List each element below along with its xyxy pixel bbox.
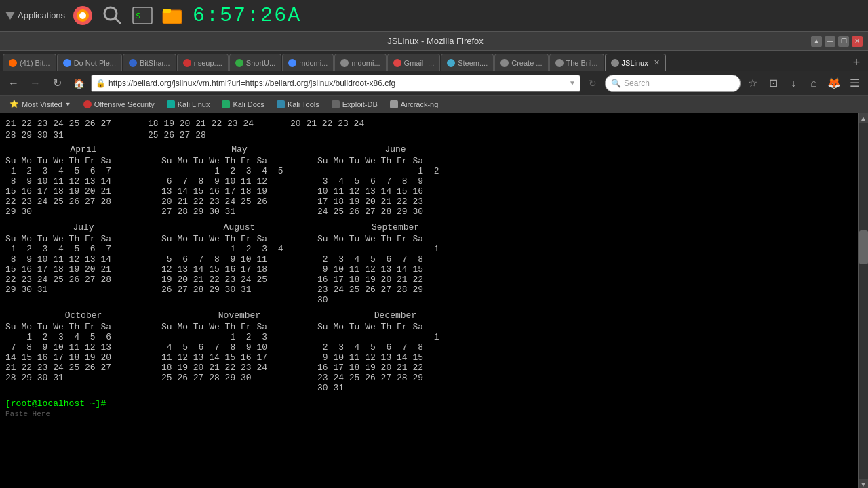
- url-text: https://bellard.org/jslinux/vm.html?url=…: [108, 79, 566, 88]
- month-header: Su Mo Tu We Th Fr Sa: [161, 156, 317, 166]
- home-button[interactable]: 🏠: [69, 74, 88, 93]
- filemanager-appicon[interactable]: [160, 3, 184, 28]
- svg-line-4: [115, 18, 121, 24]
- aircrack-icon: [390, 100, 398, 108]
- week-row: 15 16 17 18 19 20 21: [5, 264, 161, 274]
- week-row: 1: [317, 244, 473, 254]
- kali-docs-label: Kali Docs: [233, 100, 264, 108]
- bookmark-offensive-security[interactable]: Offensive Security: [78, 97, 160, 112]
- tab-favicon-mdomi1: [288, 59, 296, 67]
- bookmark-aircrack[interactable]: Aircrack-ng: [384, 97, 444, 112]
- tab-close-active[interactable]: ✕: [654, 58, 660, 67]
- bookmark-kali-tools[interactable]: Kali Tools: [271, 97, 325, 112]
- scroll-thumb[interactable]: [859, 230, 868, 264]
- search-bar[interactable]: 🔍 Search: [605, 75, 741, 92]
- reload-button[interactable]: ↻: [47, 74, 66, 93]
- tab-mdomi2[interactable]: mdomi...: [334, 54, 386, 71]
- tab-steem[interactable]: Steem....: [441, 54, 494, 71]
- url-bar[interactable]: 🔒 https://bellard.org/jslinux/vm.html?ur…: [91, 75, 580, 92]
- calendar-output: 21 22 23 24 25 26 2718 19 20 21 22 23 24…: [5, 119, 852, 393]
- terminal-appicon[interactable]: $_: [130, 3, 155, 28]
- tab-favicon-mdomi2: [340, 59, 349, 67]
- bookmark-exploit-db[interactable]: Exploit-DB: [326, 97, 383, 112]
- scroll-down-button[interactable]: ▼: [859, 479, 869, 488]
- most-visited-arrow: ▼: [65, 101, 71, 108]
- svg-text:$_: $_: [136, 11, 146, 20]
- win-up-btn[interactable]: ▲: [811, 36, 822, 47]
- downloads-button[interactable]: ↓: [784, 74, 803, 93]
- exploit-db-label: Exploit-DB: [342, 100, 378, 108]
- tab-bitshares[interactable]: BitShar...: [123, 54, 176, 71]
- system-bar: Applications $_ 6:57:26A: [0, 0, 868, 30]
- url-reload-button[interactable]: ↻: [583, 74, 602, 93]
- sync-button[interactable]: ⊡: [764, 74, 783, 93]
- home-nav-button[interactable]: ⌂: [804, 74, 823, 93]
- month-header: Su Mo Tu We Th Fr Sa: [161, 234, 317, 244]
- offensive-security-label: Offensive Security: [94, 100, 155, 108]
- tab-label-mdomi2: mdomi...: [351, 59, 380, 67]
- week-row: 5 6 7 8 9 10 11: [161, 254, 317, 264]
- firefox-icon[interactable]: [71, 3, 95, 28]
- menu-button[interactable]: ☰: [845, 74, 864, 93]
- new-tab-button[interactable]: +: [848, 54, 865, 71]
- week-row: 8 9 10 11 12 13 14: [5, 176, 161, 186]
- kali-linux-icon: [167, 100, 175, 108]
- scroll-track[interactable]: [859, 123, 869, 479]
- month-body: 1 2 3 4 5 6 7 8 9 10 11 12 13 1415 16 17…: [5, 244, 161, 295]
- week-row: 6 7 8 9 10 11 12: [161, 176, 317, 186]
- addon-button[interactable]: 🦊: [825, 74, 844, 93]
- tab-favicon-bril: [555, 59, 564, 67]
- tab-gmail[interactable]: Gmail -...: [387, 54, 441, 71]
- tab-bit[interactable]: (41) Bit...: [3, 54, 56, 71]
- week-row: 17 18 19 20 21 22 23: [317, 197, 473, 207]
- week-row: 26 27 28 29 30 31: [161, 285, 317, 295]
- bookmark-kali-docs[interactable]: Kali Docs: [216, 97, 269, 112]
- tab-label-bitshares: BitShar...: [140, 59, 170, 67]
- month-title: July: [5, 222, 161, 232]
- calendar-month-december: DecemberSu Mo Tu We Th Fr Sa 1 2 3 4 5 6…: [317, 310, 473, 393]
- prompt-text: [root@localhost ~]#: [5, 399, 111, 409]
- search-input[interactable]: Search: [624, 79, 734, 88]
- scroll-up-button[interactable]: ▲: [859, 113, 869, 123]
- bookmark-most-visited[interactable]: ⭐ Most Visited ▼: [4, 97, 77, 112]
- kali-tools-label: Kali Tools: [288, 100, 319, 108]
- tab-shorturl[interactable]: ShortU...: [229, 54, 281, 71]
- bookmarks-button[interactable]: ☆: [743, 74, 762, 93]
- week-row: 12 13 14 15 16 17 18: [161, 264, 317, 274]
- tab-mdomi1[interactable]: mdomi...: [282, 54, 334, 71]
- url-dropdown-icon[interactable]: ▼: [569, 79, 576, 87]
- tab-donot[interactable]: Do Not Ple...: [57, 54, 122, 71]
- tab-bril[interactable]: The Bril...: [549, 54, 604, 71]
- tab-create[interactable]: Create ...: [494, 54, 548, 71]
- win-close-btn[interactable]: ✕: [852, 36, 863, 47]
- win-minimize-btn[interactable]: —: [825, 36, 835, 47]
- tab-favicon-bitshares: [129, 59, 137, 67]
- window-controls: ▲ — ❐ ✕: [811, 36, 863, 47]
- month-header: Su Mo Tu We Th Fr Sa: [317, 234, 473, 244]
- terminal[interactable]: 21 22 23 24 25 26 2718 19 20 21 22 23 24…: [0, 113, 858, 488]
- search-icon: 🔍: [611, 79, 621, 88]
- kali-docs-icon: [222, 100, 230, 108]
- tab-riseup[interactable]: riseup....: [177, 54, 229, 71]
- forward-button[interactable]: →: [26, 74, 45, 93]
- tab-favicon-gmail: [393, 59, 401, 67]
- tab-label-jslinux: JSLinux: [622, 59, 648, 67]
- week-row: 21 22 23 24 25 26 27: [5, 363, 161, 373]
- tab-jslinux[interactable]: JSLinux✕: [605, 54, 666, 71]
- back-button[interactable]: ←: [4, 74, 23, 93]
- applications-menu[interactable]: Applications: [5, 10, 65, 20]
- title-bar: JSLinux - Mozilla Firefox ▲ — ❐ ✕: [0, 32, 868, 51]
- tab-label-bit: (41) Bit...: [20, 59, 50, 67]
- search-appicon[interactable]: [100, 3, 125, 28]
- win-maximize-btn[interactable]: ❐: [838, 36, 849, 47]
- week-row: 1 2 3 4 5 6 7: [5, 166, 161, 176]
- tab-label-steem: Steem....: [458, 59, 488, 67]
- calendar-month-july: JulySu Mo Tu We Th Fr Sa 1 2 3 4 5 6 7 8…: [5, 222, 161, 305]
- month-header: Su Mo Tu We Th Fr Sa: [5, 234, 161, 244]
- week-row: 9 10 11 12 13 14 15: [317, 352, 473, 363]
- nav-right-buttons: ☆ ⊡ ↓ ⌂ 🦊 ☰: [743, 74, 864, 93]
- scrollbar[interactable]: ▲ ▼: [858, 113, 868, 488]
- month-body: 1 2 3 4 5 6 7 8 9 10 11 1213 14 15 16 17…: [161, 166, 317, 217]
- month-body: 1 2 3 4 5 6 7 8 9 10 1112 13 14 15 16 17…: [161, 244, 317, 295]
- bookmark-kali-linux[interactable]: Kali Linux: [161, 97, 216, 112]
